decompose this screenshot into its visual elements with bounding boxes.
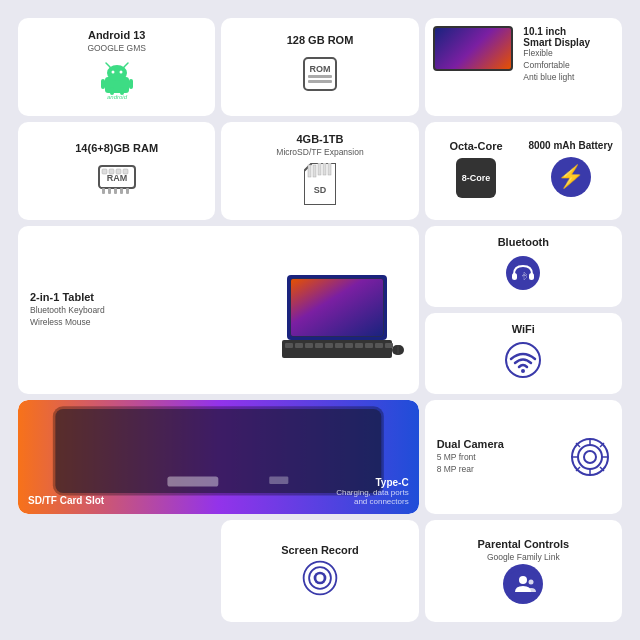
android-title: Android 13 (88, 29, 145, 41)
svg-rect-46 (385, 343, 393, 348)
sd-card: 4GB-1TB MicroSD/TF Expansion SD (221, 122, 418, 220)
svg-rect-11 (304, 58, 336, 90)
display-features: Flexible Comfortable Anti blue light (523, 48, 614, 84)
svg-rect-30 (328, 163, 331, 175)
svg-rect-26 (308, 165, 311, 177)
display-title: 10.1 inch (523, 26, 566, 37)
parental-title: Parental Controls (477, 538, 569, 550)
typec-title: Type-C (336, 477, 409, 488)
tablet-2in1-card: 2-in-1 Tablet Bluetooth Keyboard Wireles… (18, 226, 419, 394)
svg-rect-20 (120, 188, 123, 194)
sdtf-image-bg: SD/TF Card Slot Type-C Charging, data po… (18, 400, 419, 515)
chip-icon: 8-Core (456, 158, 496, 198)
bt-title: Bluetooth (498, 236, 549, 248)
android-icon: android (96, 59, 138, 101)
parental-icon (503, 564, 543, 604)
tablet-2in1-text: 2-in-1 Tablet Bluetooth Keyboard Wireles… (30, 291, 105, 329)
screen-record-icon (300, 558, 340, 598)
tablet2in1-sub: Bluetooth Keyboard Wireless Mouse (30, 305, 105, 329)
svg-rect-42 (345, 343, 353, 348)
svg-point-7 (119, 70, 122, 73)
svg-point-6 (111, 70, 114, 73)
svg-rect-27 (313, 165, 316, 177)
svg-point-74 (519, 576, 527, 584)
svg-line-8 (106, 63, 110, 67)
svg-point-49 (506, 256, 540, 290)
svg-point-53 (521, 369, 525, 373)
svg-point-60 (578, 445, 602, 469)
display-title2: Smart Display (523, 37, 590, 48)
svg-rect-24 (116, 169, 121, 174)
svg-point-75 (529, 579, 534, 584)
svg-text:RAM: RAM (106, 173, 127, 183)
svg-rect-39 (315, 343, 323, 348)
sdtf-labels: SD/TF Card Slot (28, 495, 104, 506)
ram-title: 14(6+8)GB RAM (75, 142, 158, 154)
typec-labels: Type-C Charging, data ports and connecto… (336, 477, 409, 506)
dual-cam-sub2: 8 MP rear (437, 464, 504, 476)
svg-rect-50 (512, 273, 517, 280)
sd-sub: MicroSD/TF Expansion (276, 147, 363, 159)
svg-rect-25 (123, 169, 128, 174)
camera-icon (570, 437, 610, 477)
svg-rect-35 (282, 340, 392, 358)
rom-icon: ROM (298, 52, 342, 96)
bluetooth-card: Bluetooth (425, 226, 622, 307)
svg-rect-43 (355, 343, 363, 348)
svg-rect-22 (102, 169, 107, 174)
dual-cam-text: Dual Camera 5 MP front 8 MP rear (437, 438, 504, 476)
display-text-block: 10.1 inch Smart Display Flexible Comfort… (523, 26, 614, 84)
svg-rect-51 (529, 273, 534, 280)
svg-rect-37 (295, 343, 303, 348)
tablet-2in1-image (277, 270, 407, 350)
sdtf-title: SD/TF Card Slot (28, 495, 104, 506)
svg-rect-18 (108, 188, 111, 194)
sd-icon: SD (304, 163, 336, 205)
svg-rect-2 (129, 79, 133, 89)
svg-rect-45 (375, 343, 383, 348)
svg-rect-28 (318, 163, 321, 175)
battery-icon: ⚡ (551, 157, 591, 197)
bt-wifi-stack: Bluetooth WiFi (425, 226, 622, 394)
octa-title: Octa-Core (449, 140, 502, 152)
svg-rect-1 (101, 79, 105, 89)
sdtf-card: SD/TF Card Slot Type-C Charging, data po… (18, 400, 419, 515)
svg-rect-13 (308, 75, 332, 78)
svg-rect-41 (335, 343, 343, 348)
octa-card: Octa-Core 8-Core 8000 mAh Battery ⚡ (425, 122, 622, 220)
wifi-title: WiFi (512, 323, 535, 335)
ram-card: 14(6+8)GB RAM RAM (18, 122, 215, 220)
battery-bolt: ⚡ (557, 164, 584, 190)
rom-title: 128 GB ROM (287, 34, 354, 46)
svg-rect-29 (323, 163, 326, 175)
svg-rect-14 (308, 80, 332, 83)
svg-rect-56 (55, 408, 381, 492)
battery-title: 8000 mAh Battery (528, 140, 612, 151)
empty-cell (18, 520, 215, 622)
svg-rect-17 (102, 188, 105, 194)
parental-card: Parental Controls Google Family Link (425, 520, 622, 622)
android-card: Android 13 GOOGLE GMS android (18, 18, 215, 116)
svg-rect-38 (305, 343, 313, 348)
typec-sub: Charging, data ports and connectors (336, 488, 409, 506)
svg-rect-40 (325, 343, 333, 348)
svg-rect-34 (291, 279, 383, 336)
sd-title: 4GB-1TB (296, 133, 343, 145)
ram-icon: RAM (95, 160, 139, 196)
svg-rect-21 (126, 188, 129, 194)
svg-rect-23 (109, 169, 114, 174)
svg-line-9 (124, 63, 128, 67)
android-sub: GOOGLE GMS (87, 43, 146, 55)
dual-cam-sub1: 5 MP front (437, 452, 504, 464)
dual-cam-card: Dual Camera 5 MP front 8 MP rear (425, 400, 622, 515)
svg-text:SD: SD (314, 185, 327, 195)
svg-point-73 (316, 574, 323, 581)
svg-rect-36 (285, 343, 293, 348)
svg-text:ROM: ROM (309, 64, 330, 74)
wifi-icon (504, 341, 542, 379)
display-tablet-image (433, 26, 513, 71)
svg-rect-19 (114, 188, 117, 194)
rom-card: 128 GB ROM ROM (221, 18, 418, 116)
svg-text:android: android (107, 94, 128, 100)
tablet2in1-title: 2-in-1 Tablet (30, 291, 105, 303)
